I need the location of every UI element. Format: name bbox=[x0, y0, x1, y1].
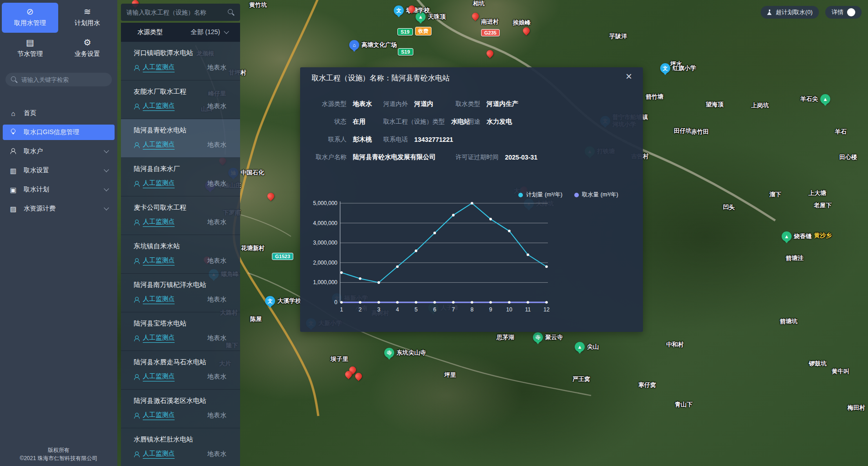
map-poi[interactable]: ▲尖山 bbox=[575, 342, 599, 352]
water-source-type: 地表水 bbox=[207, 411, 226, 420]
map-poi[interactable]: 羊石尖▲ bbox=[800, 94, 830, 104]
station-name: 陆河县水唇走马石水电站 bbox=[134, 358, 226, 366]
person-icon bbox=[134, 413, 140, 419]
detail-field: 取水类型河道内生产 bbox=[456, 97, 518, 111]
filter-label: 水源类型 bbox=[137, 28, 163, 36]
map-poi-label: 尖山 bbox=[587, 343, 599, 351]
school-marker-icon: 文 bbox=[394, 5, 404, 15]
manual-monitor-link[interactable]: 人工监测点 bbox=[134, 295, 175, 304]
station-list-panel: 水源类型 全部 (125) 河口镇唱歌潭水电站人工监测点地表水友能水厂取水工程人… bbox=[121, 23, 240, 466]
manual-monitor-link[interactable]: 人工监测点 bbox=[134, 63, 175, 72]
detail-field: 河道内外河道内 bbox=[383, 97, 433, 111]
menu-item-home[interactable]: ⌂ 首页 bbox=[3, 105, 115, 121]
manual-monitor-link[interactable]: 人工监测点 bbox=[134, 411, 175, 420]
sidebar-search bbox=[5, 73, 112, 86]
menu-item-intake-settings[interactable]: ▥ 取水设置 bbox=[3, 163, 115, 178]
manual-monitor-link[interactable]: 人工监测点 bbox=[134, 140, 175, 150]
station-list-item[interactable]: 陆河县水唇走马石水电站人工监测点地表水 bbox=[121, 351, 240, 390]
person-icon bbox=[134, 65, 140, 71]
chart-legend-item[interactable]: 取水量 (m³/年) bbox=[574, 191, 618, 199]
map-poi[interactable]: 文大溪学校 bbox=[265, 296, 301, 306]
modal-title: 取水工程（设施）名称：陆河县青砼水电站 bbox=[311, 74, 450, 83]
person-icon bbox=[134, 258, 140, 264]
person-icon bbox=[134, 451, 140, 457]
svg-text:8: 8 bbox=[471, 306, 474, 313]
app-tile-water-saving-management[interactable]: ▤ 节水管理 bbox=[2, 34, 58, 64]
map-place-label: 严王窝 bbox=[572, 376, 590, 383]
station-list-item[interactable]: 陆河县激石溪老区水电站人工监测点地表水 bbox=[121, 390, 240, 428]
station-name: 陆河县南万镇杞洋水电站 bbox=[134, 281, 226, 289]
water-source-type-filter[interactable]: 水源类型 全部 (125) bbox=[121, 23, 240, 42]
menu-item-intake-gis-management[interactable]: 取水口GIS信息管理 bbox=[3, 125, 115, 140]
person-icon bbox=[134, 220, 140, 225]
map-place-label: 中和村 bbox=[666, 341, 684, 348]
flask-icon bbox=[767, 10, 772, 15]
svg-text:12: 12 bbox=[543, 306, 550, 313]
road-badge: S19 bbox=[397, 28, 413, 35]
map-poi[interactable]: ⌂高塘文化广场 bbox=[349, 40, 397, 50]
station-search-input[interactable] bbox=[126, 9, 224, 16]
manual-monitor-link[interactable]: 人工监测点 bbox=[134, 102, 175, 111]
map-poi[interactable]: 寺聚云寺 bbox=[533, 332, 563, 342]
manual-monitor-link[interactable]: 人工监测点 bbox=[134, 179, 175, 188]
legend-dot-icon bbox=[518, 193, 523, 197]
chevron-down-icon bbox=[104, 148, 109, 153]
station-list-item[interactable]: 陆河县南万镇杞洋水电站人工监测点地表水 bbox=[121, 274, 240, 312]
water-source-type: 地表水 bbox=[207, 218, 226, 226]
station-list-item[interactable]: 水唇镇水栏肚水电站人工监测点地表水 bbox=[121, 428, 240, 466]
station-name: 水唇镇水栏肚水电站 bbox=[134, 435, 226, 444]
poi-marker-icon: ⌂ bbox=[349, 40, 359, 50]
svg-text:2: 2 bbox=[359, 306, 362, 313]
detail-chart: 01,000,0002,000,0003,000,0004,000,0005,0… bbox=[300, 199, 643, 322]
station-list-item[interactable]: 陆河县青砼水电站人工监测点地表水 bbox=[121, 119, 240, 158]
app-tile-planned-water-use[interactable]: ≋ 计划用水 bbox=[59, 3, 115, 33]
keyword-search-input[interactable] bbox=[21, 76, 106, 83]
map-poi[interactable]: ▲烧香缝 bbox=[782, 231, 812, 241]
station-list-item[interactable]: 东坑镇自来水站人工监测点地表水 bbox=[121, 235, 240, 274]
app-root: 黄竹坑相坑南进村挨娘峰芋陂洋坪水箭竹塘望海顶上岗坑羊石田仔坑赤竹田吉告村田心楼大… bbox=[0, 0, 868, 466]
search-icon[interactable] bbox=[228, 9, 235, 16]
manual-monitor-link[interactable]: 人工监测点 bbox=[134, 256, 175, 266]
road-badge: G235 bbox=[481, 29, 500, 36]
detail-field: 联系人彭木桃 bbox=[311, 133, 372, 146]
app-tile-water-intake-management[interactable]: ⊘ 取用水管理 bbox=[2, 3, 58, 33]
manual-monitor-link[interactable]: 人工监测点 bbox=[134, 372, 175, 381]
station-list-item[interactable]: 河口镇唱歌潭水电站人工监测点地表水 bbox=[121, 42, 240, 80]
map-poi-label: 大溪学校 bbox=[277, 297, 301, 305]
manual-monitor-link[interactable]: 人工监测点 bbox=[134, 334, 175, 343]
map-poi-label: 聚云寺 bbox=[545, 334, 563, 341]
detail-field: 取水用途水力发电 bbox=[456, 115, 512, 129]
menu-item-intake-plan[interactable]: ▣ 取水计划 bbox=[3, 182, 115, 197]
detail-field: 水源类型地表水 bbox=[311, 97, 372, 111]
filter-value: 全部 (125) bbox=[191, 28, 220, 36]
chevron-down-icon bbox=[104, 205, 109, 210]
map-place-label: 溜下 bbox=[769, 191, 781, 198]
svg-text:4,000,000: 4,000,000 bbox=[313, 220, 338, 226]
document-icon: ▤ bbox=[26, 38, 34, 47]
detail-toggle[interactable]: 详情 bbox=[825, 6, 862, 19]
map-place-label: 南进村 bbox=[481, 18, 499, 25]
app-switcher: ⊘ 取用水管理 ≋ 计划用水 ▤ 节水管理 ⚙ 业务设置 bbox=[0, 0, 117, 68]
map-place-label: 羊石 bbox=[835, 128, 847, 135]
temple-marker-icon: 寺 bbox=[533, 332, 543, 342]
app-tile-business-settings[interactable]: ⚙ 业务设置 bbox=[59, 34, 115, 64]
station-list-item[interactable]: 友能水厂取水工程人工监测点地表水 bbox=[121, 80, 240, 119]
map-poi[interactable]: 寺东坑尖山寺 bbox=[384, 348, 426, 358]
over-plan-intake-button[interactable]: 超计划取水(0) bbox=[761, 6, 819, 19]
water-source-type: 地表水 bbox=[207, 296, 226, 304]
station-list-item[interactable]: 陆河县自来水厂人工监测点地表水 bbox=[121, 158, 240, 196]
station-list-item[interactable]: 陆河县宝塔水电站人工监测点地表水 bbox=[121, 312, 240, 351]
menu-item-water-users[interactable]: 取水户 bbox=[3, 144, 115, 159]
water-source-type: 地表水 bbox=[207, 334, 226, 342]
gear-icon: ⚙ bbox=[83, 38, 91, 47]
user-icon bbox=[9, 148, 17, 155]
manual-monitor-link[interactable]: 人工监测点 bbox=[134, 450, 175, 459]
manual-monitor-link[interactable]: 人工监测点 bbox=[134, 218, 175, 227]
station-list-item[interactable]: 麦卡公司取水工程人工监测点地表水 bbox=[121, 196, 240, 235]
chart-legend-item[interactable]: 计划量 (m³/年) bbox=[518, 191, 562, 199]
close-icon[interactable]: × bbox=[626, 71, 632, 82]
map-poi[interactable]: 文红旗小学 bbox=[660, 63, 696, 73]
menu-item-water-resource-billing[interactable]: ▨ 水资源计费 bbox=[3, 201, 115, 216]
water-source-type: 地表水 bbox=[207, 257, 226, 265]
detail-field: 状态在用 bbox=[311, 115, 366, 129]
